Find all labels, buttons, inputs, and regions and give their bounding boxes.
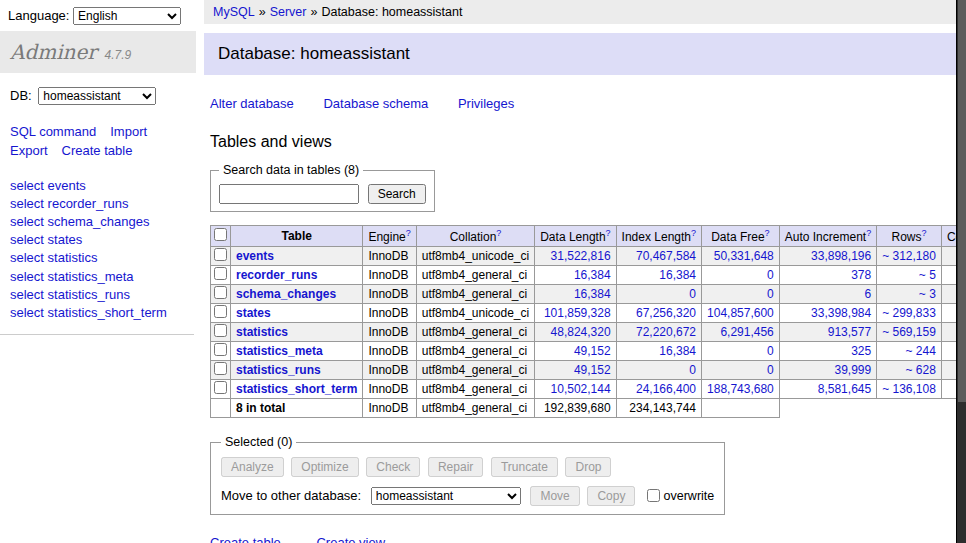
tables-overview-table: Table Engine? Collation? Data Length? In… bbox=[210, 225, 966, 418]
col-header-data-length: Data Length? bbox=[535, 226, 616, 247]
sidebar-link-create-table[interactable]: Create table bbox=[62, 143, 133, 158]
sidebar-link-export[interactable]: Export bbox=[10, 143, 48, 158]
link-alter-database[interactable]: Alter database bbox=[210, 96, 294, 111]
help-icon[interactable]: ? bbox=[922, 228, 927, 238]
link-database-schema[interactable]: Database schema bbox=[323, 96, 428, 111]
overwrite-checkbox[interactable] bbox=[647, 489, 660, 502]
row-checkbox[interactable] bbox=[214, 362, 227, 375]
move-button[interactable]: Move bbox=[530, 486, 579, 506]
page: Language: English Adminer 4.7.9 DB: home… bbox=[0, 0, 956, 543]
sidebar-table-link-recorder-runs[interactable]: select recorder_runs bbox=[10, 195, 184, 213]
rows-cell: ~ 136,108 bbox=[877, 380, 942, 399]
rows-cell: ~ 569,159 bbox=[877, 323, 942, 342]
index-length-cell: 70,467,584 bbox=[616, 247, 701, 266]
search-input[interactable] bbox=[219, 184, 359, 204]
link-create-table[interactable]: Create table bbox=[210, 535, 281, 543]
data-free-cell: 50,331,648 bbox=[702, 247, 780, 266]
rows-link[interactable]: ~ 5 bbox=[919, 268, 936, 282]
index-length-cell: 16,384 bbox=[616, 266, 701, 285]
table-row: states InnoDB utf8mb4_unicode_ci 101,859… bbox=[211, 304, 966, 323]
help-icon[interactable]: ? bbox=[691, 228, 696, 238]
sidebar-table-link-states[interactable]: select states bbox=[10, 231, 184, 249]
index-length-cell: 0 bbox=[616, 285, 701, 304]
sidebar-table-link-statistics-meta[interactable]: select statistics_meta bbox=[10, 268, 184, 286]
rows-link[interactable]: ~ 136,108 bbox=[882, 382, 936, 396]
breadcrumb-link-server[interactable]: Server bbox=[270, 5, 307, 19]
truncate-button[interactable]: Truncate bbox=[491, 457, 558, 477]
sidebar-table-link-schema-changes[interactable]: select schema_changes bbox=[10, 213, 184, 231]
search-legend: Search data in tables (8) bbox=[219, 163, 363, 177]
table-link[interactable]: statistics bbox=[236, 325, 288, 339]
db-select[interactable]: homeassistant bbox=[38, 87, 156, 105]
app-title: Adminer bbox=[10, 40, 97, 64]
col-header-table: Table bbox=[231, 226, 363, 247]
total-engine: InnoDB bbox=[363, 399, 416, 418]
sidebar-table-link-statistics-short-term[interactable]: select statistics_short_term bbox=[10, 304, 184, 322]
rows-link[interactable]: ~ 244 bbox=[906, 344, 936, 358]
index-length-cell: 24,166,400 bbox=[616, 380, 701, 399]
optimize-button[interactable]: Optimize bbox=[291, 457, 358, 477]
col-header-engine: Engine? bbox=[363, 226, 416, 247]
table-link[interactable]: schema_changes bbox=[236, 287, 336, 301]
overwrite-label: overwrite bbox=[664, 489, 715, 503]
check-button[interactable]: Check bbox=[366, 457, 420, 477]
link-privileges[interactable]: Privileges bbox=[458, 96, 514, 111]
row-checkbox[interactable] bbox=[214, 324, 227, 337]
copy-button[interactable]: Copy bbox=[587, 486, 635, 506]
row-checkbox[interactable] bbox=[214, 305, 227, 318]
table-row: recorder_runs InnoDB utf8mb4_general_ci … bbox=[211, 266, 966, 285]
link-create-view[interactable]: Create view bbox=[316, 535, 385, 543]
sidebar-link-sql-command[interactable]: SQL command bbox=[10, 124, 96, 139]
analyze-button[interactable]: Analyze bbox=[221, 457, 284, 477]
data-free-cell: 0 bbox=[702, 361, 780, 380]
engine-cell: InnoDB bbox=[363, 380, 416, 399]
index-length-cell: 72,220,672 bbox=[616, 323, 701, 342]
sidebar-link-import[interactable]: Import bbox=[110, 124, 147, 139]
rows-link[interactable]: ~ 299,833 bbox=[882, 306, 936, 320]
rows-cell: ~ 244 bbox=[877, 342, 942, 361]
collation-cell: utf8mb4_unicode_ci bbox=[416, 304, 534, 323]
breadcrumb-link-mysql[interactable]: MySQL bbox=[213, 5, 255, 19]
repair-button[interactable]: Repair bbox=[428, 457, 483, 477]
row-checkbox[interactable] bbox=[214, 343, 227, 356]
table-link[interactable]: states bbox=[236, 306, 271, 320]
collation-cell: utf8mb4_general_ci bbox=[416, 266, 534, 285]
engine-cell: InnoDB bbox=[363, 361, 416, 380]
language-select[interactable]: English bbox=[73, 7, 181, 25]
drop-button[interactable]: Drop bbox=[565, 457, 611, 477]
sidebar-table-link-statistics-runs[interactable]: select statistics_runs bbox=[10, 286, 184, 304]
data-length-cell: 31,522,816 bbox=[535, 247, 616, 266]
rows-link[interactable]: ~ 628 bbox=[906, 363, 936, 377]
table-link[interactable]: statistics_meta bbox=[236, 344, 323, 358]
data-length-cell: 10,502,144 bbox=[535, 380, 616, 399]
rows-link[interactable]: ~ 3 bbox=[919, 287, 936, 301]
help-icon[interactable]: ? bbox=[496, 228, 501, 238]
help-icon[interactable]: ? bbox=[765, 228, 770, 238]
row-checkbox[interactable] bbox=[214, 248, 227, 261]
move-db-select[interactable]: homeassistant bbox=[371, 487, 521, 505]
rows-link[interactable]: ~ 569,159 bbox=[882, 325, 936, 339]
help-icon[interactable]: ? bbox=[606, 228, 611, 238]
sidebar-table-link-statistics[interactable]: select statistics bbox=[10, 249, 184, 267]
help-icon[interactable]: ? bbox=[406, 228, 411, 238]
sidebar: Language: English Adminer 4.7.9 DB: home… bbox=[0, 0, 196, 543]
app-version: 4.7.9 bbox=[105, 48, 132, 62]
rows-cell: ~ 5 bbox=[877, 266, 942, 285]
rows-link[interactable]: ~ 312,180 bbox=[882, 249, 936, 263]
table-link[interactable]: statistics_short_term bbox=[236, 382, 357, 396]
help-icon[interactable]: ? bbox=[866, 228, 871, 238]
table-link[interactable]: recorder_runs bbox=[236, 268, 317, 282]
table-link[interactable]: statistics_runs bbox=[236, 363, 321, 377]
scrollbar-thumb[interactable] bbox=[958, 0, 966, 402]
search-button[interactable]: Search bbox=[368, 184, 426, 204]
sidebar-table-link-events[interactable]: select events bbox=[10, 177, 184, 195]
collation-cell: utf8mb4_general_ci bbox=[416, 342, 534, 361]
total-label: 8 in total bbox=[231, 399, 363, 418]
row-checkbox[interactable] bbox=[214, 267, 227, 280]
select-all-checkbox[interactable] bbox=[214, 228, 227, 241]
move-label: Move to other database: bbox=[221, 488, 361, 503]
table-link[interactable]: events bbox=[236, 249, 274, 263]
row-checkbox[interactable] bbox=[214, 286, 227, 299]
vertical-scrollbar[interactable] bbox=[956, 0, 966, 543]
row-checkbox[interactable] bbox=[214, 381, 227, 394]
